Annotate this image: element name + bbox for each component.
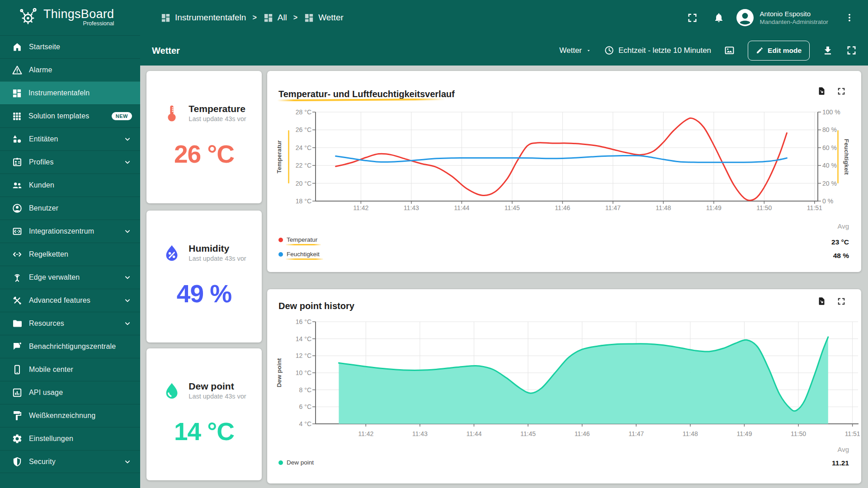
widget-head: Dew pointLast update 43s vor <box>146 381 262 401</box>
sidebar-item-security[interactable]: Security <box>0 450 140 473</box>
widget-last-update: Last update 43s vor <box>189 255 246 262</box>
toolbar-actions: Wetter Echtzeit - letzte 10 Minuten Edit… <box>559 35 857 66</box>
svg-text:24 °C: 24 °C <box>296 144 311 151</box>
legend-dot <box>278 460 283 465</box>
widget-value: 26 °C <box>146 140 262 169</box>
fullscreen-icon[interactable] <box>687 12 698 23</box>
breadcrumb-separator: > <box>293 14 297 22</box>
sidebar-item-label: Einstellungen <box>29 435 73 443</box>
dashboard-image-icon[interactable] <box>724 45 735 56</box>
user-name: Antonio Esposito <box>760 10 828 18</box>
notification-center-icon <box>12 341 23 352</box>
time-window-button[interactable]: Echtzeit - letzte 10 Minuten <box>604 45 711 56</box>
sidebar-item-startseite[interactable]: Startseite <box>0 35 140 58</box>
sidebar-item-integrationszentrum[interactable]: Integrationszentrum <box>0 220 140 243</box>
more-vert-icon[interactable] <box>844 13 854 23</box>
chevron-down-icon <box>123 319 132 328</box>
svg-text:11:50: 11:50 <box>791 430 806 437</box>
page-title: Wetter <box>152 45 180 56</box>
sidebar-item-label: Regelketten <box>29 250 68 258</box>
sidebar-item-advanced-features[interactable]: Advanced features <box>0 289 140 312</box>
breadcrumb-item-wetter[interactable]: Wetter <box>304 13 344 23</box>
svg-text:11:45: 11:45 <box>520 430 536 437</box>
sidebar-item-benachrichtigungszentrale[interactable]: Benachrichtigungszentrale <box>0 335 140 358</box>
dashboard-state-select[interactable]: Wetter <box>559 46 591 55</box>
widget-titles: HumidityLast update 43s vor <box>189 243 246 263</box>
apps-grid-icon <box>12 111 22 122</box>
svg-text:0 %: 0 % <box>822 197 833 205</box>
edit-mode-button[interactable]: Edit mode <box>748 41 810 61</box>
app-edition: Professional <box>83 20 114 27</box>
dew-point-card: Dew pointLast update 43s vor14 °C <box>146 348 262 480</box>
settings-gear-icon <box>12 433 23 444</box>
app-logo[interactable]: ThingsBoard Professional <box>18 6 114 27</box>
security-shield-icon <box>12 456 23 467</box>
chart-title: Temperatur- und Luftfeuchtigkeitsverlauf <box>278 89 455 99</box>
sidebar-item-solution-templates[interactable]: Solution templatesNEW <box>0 104 140 127</box>
sidebar-item-label: Mobile center <box>29 366 73 374</box>
download-icon[interactable] <box>822 45 833 56</box>
sidebar-item-resources[interactable]: Resources <box>0 312 140 335</box>
sidebar-item-entitäten[interactable]: Entitäten <box>0 127 140 150</box>
edit-mode-label: Edit mode <box>768 47 802 55</box>
sidebar-item-label: Benutzer <box>29 204 58 212</box>
sidebar-item-kunden[interactable]: Kunden <box>0 174 140 197</box>
legend-item-temperatur[interactable]: Temperatur <box>278 236 317 243</box>
sidebar-item-api-usage[interactable]: API usage <box>0 381 140 404</box>
legend-label: Temperatur <box>287 236 317 243</box>
sidebar-item-edge-verwalten[interactable]: Edge verwalten <box>0 266 140 289</box>
fullscreen-icon[interactable] <box>846 45 857 56</box>
legend-label: Feuchtigkeit <box>287 251 320 258</box>
avatar-icon[interactable] <box>736 9 754 27</box>
svg-text:11:44: 11:44 <box>466 430 481 437</box>
sidebar-item-weißkennzeichnung[interactable]: Weißkennzeichnung <box>0 404 140 427</box>
chevron-down-icon <box>123 227 132 236</box>
legend-item-feuchtigkeit[interactable]: Feuchtigkeit <box>278 251 320 258</box>
chart-plot-2: 16 °C14 °C12 °C10 °C8 °C6 °C4 °C11:4211:… <box>267 289 861 483</box>
breadcrumb-item-instrumententafeln[interactable]: Instrumententafeln <box>160 13 246 23</box>
sidebar-item-instrumententafeln[interactable]: Instrumententafeln <box>0 81 140 104</box>
export-file-icon[interactable] <box>817 296 826 306</box>
sidebar-item-einstellungen[interactable]: Einstellungen <box>0 427 140 450</box>
white-labeling-icon <box>12 410 23 421</box>
sidebar-item-alarme[interactable]: Alarme <box>0 58 140 81</box>
chevron-down-icon <box>123 158 132 167</box>
avg-value-temperatur: 23 °C <box>831 238 849 246</box>
integrations-icon <box>12 226 23 237</box>
home-icon <box>12 42 23 52</box>
notifications-bell-icon[interactable] <box>713 12 724 23</box>
clock-icon <box>604 45 614 56</box>
svg-text:11:43: 11:43 <box>412 430 428 437</box>
svg-text:11:45: 11:45 <box>505 204 520 211</box>
fullscreen-icon[interactable] <box>837 297 846 306</box>
customers-icon <box>12 180 23 191</box>
dashboards-icon <box>304 13 314 23</box>
export-file-icon[interactable] <box>817 86 826 96</box>
svg-text:20 °C: 20 °C <box>296 180 311 187</box>
alert-triangle-icon <box>12 65 23 75</box>
sidebar-item-label: Benachrichtigungszentrale <box>29 343 116 351</box>
sidebar-item-profiles[interactable]: Profiles <box>0 150 140 174</box>
svg-text:18 °C: 18 °C <box>296 197 311 205</box>
breadcrumb-item-all[interactable]: All <box>263 13 287 23</box>
legend-item-dew-point[interactable]: Dew point <box>278 459 314 466</box>
sidebar-item-benutzer[interactable]: Benutzer <box>0 197 140 220</box>
fullscreen-icon[interactable] <box>837 87 846 96</box>
svg-text:11:46: 11:46 <box>555 204 570 211</box>
svg-text:20 %: 20 % <box>822 180 837 187</box>
sidebar-item-regelketten[interactable]: Regelketten <box>0 243 140 266</box>
id-badge-icon <box>12 157 23 168</box>
widget-titles: TemperatureLast update 43s vor <box>189 103 246 123</box>
logo-text: ThingsBoard Professional <box>43 7 114 27</box>
svg-text:11:51: 11:51 <box>845 430 860 437</box>
widget-head: HumidityLast update 43s vor <box>146 243 262 263</box>
chart-plot-1: 28 °C26 °C24 °C22 °C20 °C18 °C100 %80 %6… <box>267 71 861 272</box>
entities-icon <box>12 134 23 145</box>
user-menu[interactable]: Antonio Esposito Mandanten-Administrator <box>760 10 828 25</box>
sidebar-item-mobile-center[interactable]: Mobile center <box>0 358 140 381</box>
pencil-icon <box>756 47 764 54</box>
dashboards-icon <box>12 88 22 99</box>
sidebar-item-label: Entitäten <box>29 135 58 143</box>
chevron-down-icon <box>123 273 132 282</box>
avg-value-feuchtigkeit: 48 % <box>833 252 849 260</box>
